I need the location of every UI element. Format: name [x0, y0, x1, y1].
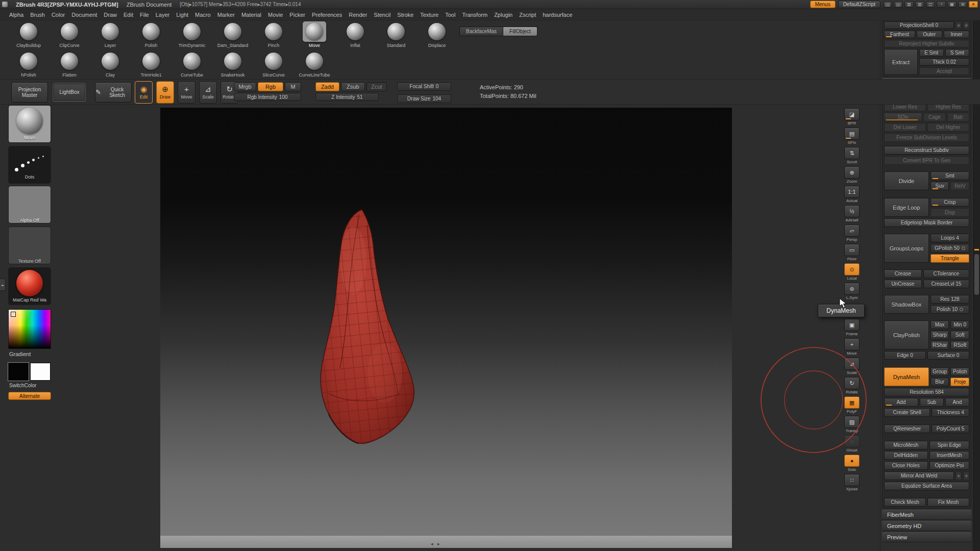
button-inner[interactable]: Inner	[944, 31, 969, 38]
menu-zscript[interactable]: Zscript	[519, 12, 536, 18]
button-equalize-surface-area[interactable]: Equalize Surface Area	[884, 482, 969, 490]
mode-scale[interactable]: ⊿Scale	[199, 81, 217, 104]
shelf-floor[interactable]: ▭Floor	[844, 244, 860, 261]
backface-mask-button[interactable]: BackfaceMas	[459, 27, 503, 36]
palette-fibermesh[interactable]: FiberMesh	[882, 510, 971, 520]
brush-claybuildup[interactable]: ClayBuildup	[8, 21, 49, 48]
button-uncrease[interactable]: UnCrease	[884, 280, 922, 288]
texture-selector[interactable]: Texture Off	[8, 227, 51, 264]
quick-sketch-button[interactable]: ✎Quick Sketch	[95, 82, 132, 103]
menu-movie[interactable]: Movie	[268, 12, 283, 18]
slider-polish[interactable]: Polish 10	[930, 305, 969, 314]
current-stroke-thumb[interactable]: Dots	[8, 146, 51, 184]
slider-projectionshell[interactable]: ProjectionShell 0	[884, 21, 954, 29]
button-sharp[interactable]: Sharp	[930, 331, 949, 339]
button-farthest[interactable]: Farthest	[884, 31, 915, 38]
user-icon[interactable]: ◔	[937, 1, 946, 8]
button-mirror-and-weld[interactable]: Mirror And Weld	[884, 471, 954, 480]
alternate-button[interactable]: Alternate	[8, 392, 51, 400]
shelf-solo[interactable]: ●Solo	[844, 455, 860, 472]
shelf-actual[interactable]: 1:1Actual	[844, 186, 860, 203]
slider-loops[interactable]: Loops 4	[930, 234, 969, 242]
shelf-persp[interactable]: ▱Persp	[844, 224, 860, 242]
brush-clipcurve[interactable]: ClipCurve	[49, 21, 90, 48]
brush-trimhole1[interactable]: TrimHole1	[131, 51, 172, 78]
button-divide[interactable]: Divide	[884, 171, 929, 190]
button-triangle[interactable]: Triangle	[930, 254, 969, 263]
button-rshar[interactable]: RShar	[930, 341, 949, 349]
button-micromesh[interactable]: MicroMesh	[884, 441, 928, 449]
fill-object-button[interactable]: FillObject	[503, 27, 537, 36]
brush-snakehook[interactable]: SnakeHook	[212, 51, 253, 78]
zadd-button[interactable]: Zadd	[315, 82, 339, 91]
button-crease[interactable]: Crease	[884, 269, 922, 278]
button-edge-loop[interactable]: Edge Loop	[884, 198, 929, 217]
menu-document[interactable]: Document	[71, 12, 97, 18]
projection-master-button[interactable]: Projection Master	[11, 82, 48, 103]
brush-flatten[interactable]: Flatten	[49, 51, 90, 78]
button-optimize-poi[interactable]: Optimize Poi	[929, 461, 969, 470]
m-button[interactable]: M	[285, 82, 301, 91]
scroll-arrows-icon[interactable]: ◂ ▸	[431, 541, 442, 546]
zsub-button[interactable]: Zsub	[341, 82, 365, 91]
shelf-l-sym[interactable]: ⊚L.Sym	[844, 283, 860, 300]
brush-curvelinetube[interactable]: CurveLineTube	[294, 51, 335, 78]
mode-draw[interactable]: ⊕Draw	[156, 81, 174, 104]
brush-inflat[interactable]: Inflat	[335, 21, 376, 48]
current-brush-thumb[interactable]: Move	[8, 105, 51, 143]
brush-displace[interactable]: Displace	[416, 21, 457, 48]
shelf-bpr[interactable]: ◪BPR	[844, 108, 860, 126]
button-edgeloop-mask-border[interactable]: Edgeloop Mask Border	[884, 218, 969, 227]
menus-button[interactable]: Menus	[810, 1, 836, 8]
shelf-scale[interactable]: ⊿Scale	[844, 358, 860, 375]
rgb-button[interactable]: Rgb	[258, 82, 283, 91]
shelf-move[interactable]: +Move	[844, 338, 860, 356]
menu-file[interactable]: File	[140, 12, 149, 18]
main-color-swatch[interactable]	[8, 363, 29, 381]
button-polish[interactable]: Polish	[950, 367, 969, 376]
slider-gpolish[interactable]: GPolish 50	[930, 244, 969, 253]
menu-macro[interactable]: Macro	[195, 12, 211, 18]
menu-stroke[interactable]: Stroke	[397, 12, 413, 18]
button-soft[interactable]: Soft	[950, 331, 969, 339]
brush-slicecurve[interactable]: SliceCurve	[253, 51, 294, 78]
rgb-intensity-slider[interactable]: Rgb Intensity 100	[234, 93, 301, 101]
slider-blur[interactable]: Blur	[930, 378, 949, 386]
menu-transform[interactable]: Transform	[462, 12, 487, 18]
split-view-icon[interactable]: ◫	[926, 1, 935, 8]
draw-size-slider[interactable]: Draw Size 104	[397, 94, 451, 103]
button-close-holes[interactable]: Close Holes	[884, 461, 928, 470]
button-delhidden[interactable]: DelHidden	[884, 451, 928, 460]
button-sub[interactable]: Sub	[920, 398, 944, 407]
brush-pinch[interactable]: Pinch	[253, 21, 294, 48]
slider-polycount[interactable]: PolyCount 5	[932, 424, 969, 433]
button-extract[interactable]: Extract	[884, 49, 918, 75]
mode-move[interactable]: +Move	[178, 81, 195, 104]
button-max[interactable]: Max	[930, 320, 949, 329]
left-tray-toggle-icon[interactable]: (|||	[883, 1, 892, 8]
menu-preferences[interactable]: Preferences	[312, 12, 342, 18]
shelf-scroll[interactable]: ⇅Scroll	[844, 147, 860, 164]
shelf-transp[interactable]: ▨Transp	[844, 416, 860, 433]
close-icon[interactable]: ×	[969, 1, 978, 8]
shelf-frame[interactable]: ▣Frame	[844, 319, 860, 336]
shelf-aahalf[interactable]: ½AAHalf	[844, 205, 860, 222]
right-tray-toggle-icon[interactable]: |||)	[894, 1, 903, 8]
slider-res[interactable]: Res 128	[930, 295, 969, 304]
brush-polish[interactable]: Polish	[131, 21, 172, 48]
shelf-ghost[interactable]: ◌Ghost	[844, 435, 860, 453]
menu-material[interactable]: Material	[241, 12, 261, 18]
slider-min[interactable]: Min 0	[950, 320, 969, 329]
menu-stencil[interactable]: Stencil	[374, 12, 390, 18]
slider-surface[interactable]: Surface 0	[927, 351, 969, 360]
tray-divider-handle[interactable]: ◂▸	[0, 279, 6, 291]
z-intensity-slider[interactable]: Z Intensity 51	[315, 93, 379, 101]
brush-hpolish[interactable]: hPolish	[8, 51, 49, 78]
slider-resolution[interactable]: Resolution 584	[884, 388, 969, 396]
menu-alpha[interactable]: Alpha	[9, 12, 23, 18]
button-s-smt[interactable]: S Smt	[945, 49, 970, 57]
slider-thick[interactable]: Thick 0.02	[919, 58, 969, 66]
button-crisp[interactable]: Crisp	[930, 198, 969, 207]
menu-hardsurface[interactable]: hardsurface	[543, 12, 572, 18]
button-group[interactable]: Group	[930, 367, 949, 376]
